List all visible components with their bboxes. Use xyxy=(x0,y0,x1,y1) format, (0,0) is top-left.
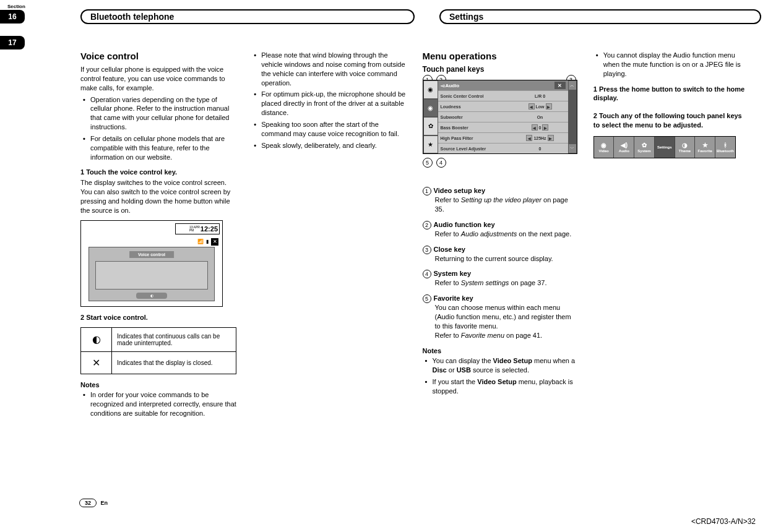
row-loudness-value: Low xyxy=(536,105,545,109)
mic-icon: ◐ xyxy=(136,293,167,299)
left-arrow-icon: ◀ xyxy=(526,135,532,141)
key-item: 4System keyRefer to System settings on p… xyxy=(423,269,579,288)
continuous-call-icon: ◐ xyxy=(81,327,112,351)
page-footer: 32 En xyxy=(79,499,108,507)
voice-indicator-table: ◐ Indicates that continuous calls can be… xyxy=(80,327,236,374)
audio-icon: ◀) xyxy=(621,142,628,148)
left-arrow-icon: ◀ xyxy=(529,103,535,109)
section-label: Section xyxy=(7,4,25,9)
row-hpf-value: 125Hz xyxy=(533,136,546,140)
key-desc: Refer to Setting up the video player on … xyxy=(423,195,579,214)
vc-bullet-1: Operation varies depending on the type o… xyxy=(80,95,236,132)
panel-title: Audio xyxy=(445,83,459,88)
note-video-setup-playback: If you start the Video Setup menu, playb… xyxy=(423,377,579,396)
row-subwoofer-value: On xyxy=(537,115,543,119)
menu-bar-video: ◉Video xyxy=(594,137,615,158)
menu-bar: ◉Video◀)Audio✿SystemSettings◑Theme★Favor… xyxy=(593,136,736,158)
menu-bar-label: Favorite xyxy=(698,149,712,153)
row-bass-label: Bass Booster xyxy=(438,126,512,130)
key-desc: Returning to the current source display. xyxy=(423,254,579,264)
row-subwoofer-label: Subwoofer xyxy=(438,115,512,119)
side-system-icon: ✿ xyxy=(423,117,438,135)
header-bluetooth: Bluetooth telephone xyxy=(80,9,415,24)
key-num: 5 xyxy=(423,294,431,303)
callout-4: 4 xyxy=(436,158,446,168)
key-item: 2Audio function keyRefer to Audio adjust… xyxy=(423,220,579,239)
right-arrow-icon: ▶ xyxy=(548,135,554,141)
battery-icon: ▮ xyxy=(206,239,209,244)
menu-bar-bluetooth: ᚼBluetooth xyxy=(715,137,735,158)
step1-heading: 1 Touch the voice control key. xyxy=(80,168,236,177)
panel-close-icon: ✕ xyxy=(554,82,566,89)
col-1: Voice control If your cellular phone is … xyxy=(80,51,236,422)
row-sla-value: 0 xyxy=(539,147,541,151)
row-sonic-value: L/R 0 xyxy=(535,94,545,98)
signal-icon: 📶 xyxy=(197,239,204,244)
vc-panel-label: Voice control xyxy=(129,251,174,258)
close-indicator-icon: ✕ xyxy=(81,351,112,374)
key-name: System key xyxy=(434,270,472,277)
key-name: Video setup key xyxy=(434,187,486,194)
step-touch-keys: 2 Touch any of the following touch panel… xyxy=(593,111,749,130)
side-audio-icon: ◉ xyxy=(423,99,438,118)
key-num: 4 xyxy=(423,270,431,278)
scroll-down-icon: ﹀ xyxy=(568,144,577,153)
side-favorite-icon: ★ xyxy=(423,135,438,154)
col-3: Menu operations Touch panel keys 1 2 3 ◉… xyxy=(423,51,579,422)
close-icon: ✕ xyxy=(211,238,218,246)
row-bass-value: 0 xyxy=(539,126,541,130)
key-name: Close key xyxy=(434,246,465,253)
favorite-icon: ★ xyxy=(702,142,708,148)
vc-ampm: PM xyxy=(189,228,194,232)
menu-bar-label: Audio xyxy=(619,149,629,153)
menu-bar-favorite: ★Favorite xyxy=(695,137,715,158)
menu-bar-audio: ◀)Audio xyxy=(614,137,634,158)
voice-control-intro: If your cellular phone is equipped with … xyxy=(80,65,236,93)
close-indicator-desc: Indicates that the display is closed. xyxy=(112,351,236,374)
tab-17: 17 xyxy=(0,36,25,49)
row-hpf-label: High Pass Filter xyxy=(438,136,512,140)
theme-icon: ◑ xyxy=(682,142,688,148)
note-video-setup-source: You can display the Video Setup menu whe… xyxy=(423,356,579,375)
note-recognition: In order for your voice commands to be r… xyxy=(80,390,236,418)
note-speak-slowly: Speak slowly, deliberately, and clearly. xyxy=(251,141,407,150)
side-video-icon: ◉ xyxy=(423,80,438,99)
key-list: 1Video setup keyRefer to Setting up the … xyxy=(423,186,579,340)
menu-bar-label: Bluetooth xyxy=(717,149,734,153)
key-desc: Refer to Audio adjustments on the next p… xyxy=(423,230,579,239)
col-2: Please note that wind blowing through th… xyxy=(251,51,407,422)
key-name: Favorite key xyxy=(434,294,473,302)
menu-bar-label: Video xyxy=(598,149,608,153)
col-4: You cannot display the Audio function me… xyxy=(593,51,749,422)
key-num: 3 xyxy=(423,246,431,254)
menu-bar-label: System xyxy=(637,149,650,153)
note-wind: Please note that wind blowing through th… xyxy=(251,51,407,87)
row-sonic-label: Sonic Center Control xyxy=(438,94,512,98)
continuous-call-desc: Indicates that continuous calls can be m… xyxy=(112,327,236,351)
page-number: 32 xyxy=(79,499,97,507)
note-mic: For optimum pick-up, the microphone shou… xyxy=(251,90,407,118)
vc-clock: 13 APR PM 12:25 xyxy=(175,223,220,234)
notes-heading-2: Notes xyxy=(423,346,579,356)
right-arrow-icon: ▶ xyxy=(542,124,548,131)
key-item: 1Video setup keyRefer to Setting up the … xyxy=(423,186,579,214)
step1-text: The display switches to the voice contro… xyxy=(80,178,236,215)
voice-control-screenshot: 13 APR PM 12:25 📶 ▮ ✕ Voice control ◐ xyxy=(80,220,223,307)
key-num: 1 xyxy=(423,187,431,195)
audio-settings-panel: ◉ ◉ ✿ ★ ◅ Audio ✕ Sonic Center ControlL/… xyxy=(423,80,577,154)
note-audio-menu-disabled: You cannot display the Audio function me… xyxy=(593,51,749,79)
row-loudness-label: Loudness xyxy=(438,105,512,109)
key-item: 3Close keyReturning to the current sourc… xyxy=(423,245,579,264)
key-desc: You can choose menus within each menu (A… xyxy=(423,303,579,340)
menu-bar-label: Theme xyxy=(679,149,691,153)
notes-heading-1: Notes xyxy=(80,380,236,390)
key-name: Audio function key xyxy=(434,221,495,228)
step2-heading: 2 Start voice control. xyxy=(80,313,236,322)
voice-control-heading: Voice control xyxy=(80,51,236,61)
bluetooth-icon: ᚼ xyxy=(723,142,727,148)
menu-bar-system: ✿System xyxy=(634,137,655,158)
system-icon: ✿ xyxy=(642,142,647,148)
key-num: 2 xyxy=(423,221,431,230)
header-settings: Settings xyxy=(439,9,761,24)
video-icon: ◉ xyxy=(601,142,606,148)
